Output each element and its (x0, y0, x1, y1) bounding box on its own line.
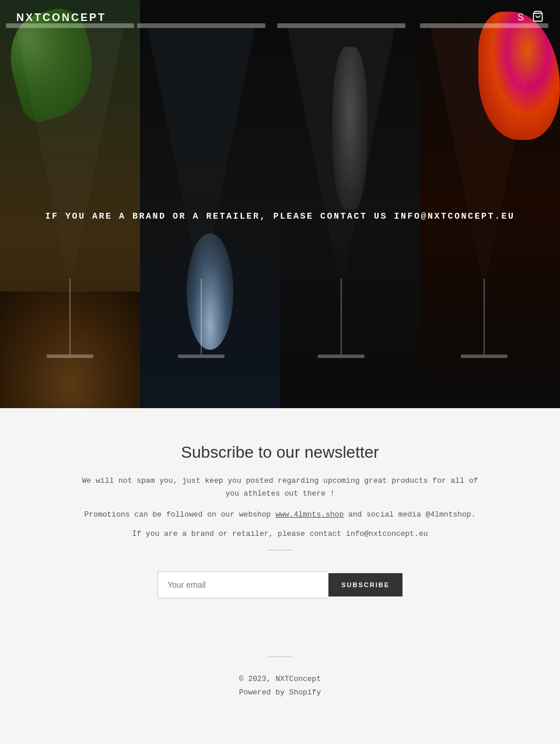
newsletter-title: Subscribe to our newsletter (12, 443, 548, 462)
newsletter-description: We will not spam you, just keep you post… (82, 475, 478, 500)
search-icon[interactable]: S (517, 12, 524, 23)
site-logo[interactable]: NXTCONCEPT (16, 12, 106, 24)
newsletter-form: SUBSCRIBE (158, 571, 402, 598)
footer-copyright: © 2023, NXTConcept (12, 675, 548, 683)
hero-section: IF YOU ARE A BRAND OR A RETAILER, PLEASE… (0, 0, 560, 408)
newsletter-promo: Promotions can be followed on our websho… (12, 508, 548, 521)
subscribe-button[interactable]: SUBSCRIBE (328, 573, 402, 596)
hero-overlay: IF YOU ARE A BRAND OR A RETAILER, PLEASE… (0, 212, 560, 222)
promo-text-before: Promotions can be followed on our websho… (85, 510, 276, 519)
powered-by-text: Powered by Shopify (239, 688, 321, 697)
footer-divider (268, 657, 292, 657)
site-footer: © 2023, NXTConcept Powered by Shopify (0, 633, 560, 726)
site-header: NXTCONCEPT S (0, 0, 560, 35)
promo-link[interactable]: www.4lmnts.shop (275, 510, 344, 519)
cart-icon[interactable] (532, 10, 544, 24)
hero-tagline: IF YOU ARE A BRAND OR A RETAILER, PLEASE… (0, 212, 560, 222)
section-divider (268, 550, 292, 550)
newsletter-section: Subscribe to our newsletter We will not … (0, 408, 560, 633)
promo-text-after: and social media @4lmntshop. (344, 510, 475, 519)
email-input[interactable] (158, 571, 328, 598)
footer-powered: Powered by Shopify (12, 688, 548, 697)
newsletter-contact: If you are a brand or retailer, please c… (12, 529, 548, 538)
header-icons: S (517, 10, 544, 24)
